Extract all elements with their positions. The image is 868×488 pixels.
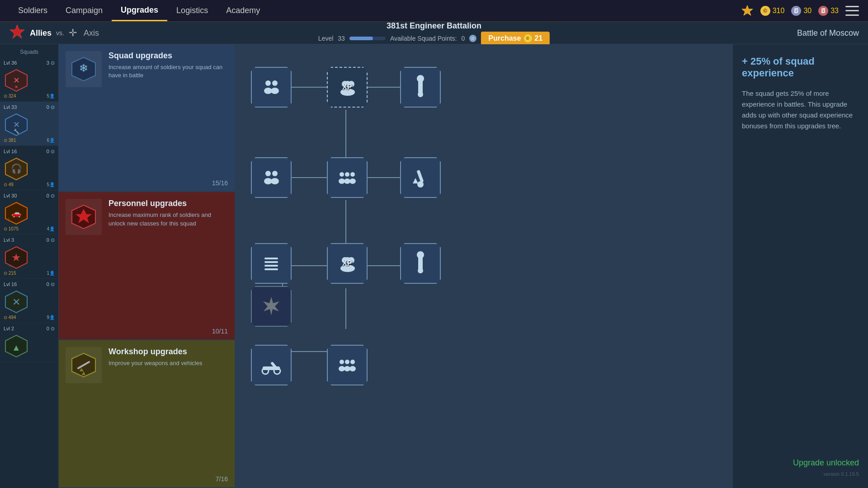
squad-pts: 0 ⊙ xyxy=(47,104,55,110)
squad-badge-icon: ▲ xyxy=(4,333,28,358)
personnel-upgrades-desc: Increase maximum rank of soldiers and un… xyxy=(108,211,228,227)
tree-node-list[interactable] xyxy=(249,241,294,286)
svg-point-74 xyxy=(418,268,423,273)
svg-marker-0 xyxy=(742,5,753,15)
svg-text:✕: ✕ xyxy=(13,76,19,85)
nav-item-soldiers[interactable]: Soldiers xyxy=(9,0,57,21)
tree-node-mortar[interactable] xyxy=(398,155,443,200)
upgrade-panel: ❄ Squad upgrades Increase amount of sold… xyxy=(59,44,235,488)
svg-text:✕: ✕ xyxy=(14,84,18,89)
squad-people: 4👤 xyxy=(47,226,55,231)
svg-point-82 xyxy=(339,366,345,371)
squad-level: Lvl 33 xyxy=(4,104,17,110)
upgrade-unlocked-label: Upgrade unlocked xyxy=(742,458,859,468)
allies-star-icon xyxy=(9,24,25,42)
squad-item[interactable]: Lvl 3 0 ⊙ ★ ✕ ⊙ 215 1👤 xyxy=(0,235,58,279)
svg-point-58 xyxy=(344,178,350,184)
squad-level: Lvl 36 xyxy=(4,60,17,66)
workshop-upgrades-card[interactable]: Workshop upgrades Improve your weapons a… xyxy=(59,340,235,488)
battalion-info: 381st Engineer Battalion Level 33 Availa… xyxy=(318,21,550,45)
tree-node-squad-size-2-center[interactable] xyxy=(325,155,370,200)
squad-badge-icon: ✕ ✕ xyxy=(4,68,28,93)
svg-point-62 xyxy=(417,181,424,188)
svg-point-57 xyxy=(339,178,345,184)
axis-cross-icon: ✛ xyxy=(69,27,77,39)
svg-point-48 xyxy=(417,75,424,82)
coin-icon: © xyxy=(760,6,770,16)
upgrade-tree: XP xyxy=(235,44,732,488)
level-bar xyxy=(349,37,386,40)
squad-badge-icon: ✕ xyxy=(4,289,28,314)
svg-text:🎧: 🎧 xyxy=(10,163,22,174)
svg-text:1: 1 xyxy=(8,217,10,222)
svg-point-56 xyxy=(350,172,355,177)
battalion-name: 381st Engineer Battalion xyxy=(318,21,550,31)
top-navigation: Soldiers Campaign Upgrades Logistics Aca… xyxy=(0,0,868,22)
squad-pts: 0 ⊙ xyxy=(47,193,55,199)
faction-display: Allies vs. ✛ Axis xyxy=(9,24,99,42)
svg-point-55 xyxy=(345,172,349,177)
svg-rect-60 xyxy=(416,169,424,183)
level-label: Level xyxy=(318,35,333,42)
premium-icon[interactable] xyxy=(741,5,754,17)
purchase-button[interactable]: Purchase © 21 xyxy=(481,32,550,45)
coin-amount: 310 xyxy=(773,7,785,15)
squad-badge-icon: 🎧 xyxy=(4,156,28,181)
tree-node-xp-2[interactable]: XP xyxy=(325,241,370,286)
tree-node-wrench-1[interactable] xyxy=(398,65,443,110)
nav-item-logistics[interactable]: Logistics xyxy=(167,0,217,21)
squad-xp: ⊙ 381 xyxy=(4,138,16,143)
squad-item[interactable]: Lvl 33 0 ⊙ ✕ 🔧 ⊙ 381 6👤 xyxy=(0,102,58,146)
personnel-upgrades-title: Personnel upgrades xyxy=(108,199,228,208)
squad-people: 6👤 xyxy=(47,138,55,143)
squad-points-value: 0 xyxy=(462,35,465,42)
nav-item-upgrades[interactable]: Upgrades xyxy=(112,0,167,21)
workshop-upgrades-count: 7/16 xyxy=(216,475,228,483)
squad-people: 5👤 xyxy=(47,182,55,187)
svg-point-81 xyxy=(350,360,355,364)
svg-point-83 xyxy=(344,366,350,371)
menu-button[interactable] xyxy=(845,6,859,16)
squad-item[interactable]: Lvl 30 0 ⊙ 🚗 1 ⊙ 1075 4👤 xyxy=(0,190,58,235)
tree-node-xp-1[interactable]: XP xyxy=(325,65,370,110)
tree-node-burst-icon[interactable] xyxy=(249,284,294,329)
tree-node-squad-size-2[interactable] xyxy=(249,155,294,200)
svg-text:✕: ✕ xyxy=(12,296,20,308)
svg-marker-1 xyxy=(10,25,24,38)
squad-item[interactable]: Lvl 36 3 ⊙ ✕ ✕ ⊙ 324 5👤 xyxy=(0,57,58,102)
personnel-upgrades-card[interactable]: Personnel upgrades Increase maximum rank… xyxy=(59,192,235,340)
nav-item-academy[interactable]: Academy xyxy=(217,0,269,21)
squad-item[interactable]: Lvl 16 0 ⊙ ✕ ⊙ 494 9👤 xyxy=(0,279,58,323)
squad-xp: ⊙ 49 xyxy=(4,182,14,187)
squad-badge-icon: ★ ✕ xyxy=(4,245,28,270)
svg-point-54 xyxy=(340,172,344,177)
tree-node-squad-size-1[interactable] xyxy=(249,65,294,110)
level-value: 33 xyxy=(338,35,345,42)
personnel-upgrades-text: Personnel upgrades Increase maximum rank… xyxy=(108,199,228,227)
vs-label: vs. xyxy=(56,29,64,37)
card2-icon: 🃏 xyxy=(818,6,828,16)
tree-node-wrench-2[interactable] xyxy=(398,241,443,286)
svg-text:🔧: 🔧 xyxy=(14,128,19,134)
squad-level: Lvl 2 xyxy=(4,326,14,332)
svg-text:✕: ✕ xyxy=(13,120,19,129)
nav-item-campaign[interactable]: Campaign xyxy=(57,0,112,21)
svg-text:▲: ▲ xyxy=(12,343,21,352)
squad-item[interactable]: Lvl 16 0 ⊙ 🎧 ⊙ 49 5👤 xyxy=(0,146,58,190)
squad-upgrades-desc: Increase amount of soldiers your squad c… xyxy=(108,63,228,80)
svg-point-59 xyxy=(349,178,356,184)
tree-node-artillery[interactable] xyxy=(249,343,294,388)
squad-upgrades-card[interactable]: ❄ Squad upgrades Increase amount of sold… xyxy=(59,44,235,192)
tree-node-squad-size-3[interactable] xyxy=(325,343,370,388)
squad-upgrades-title: Squad upgrades xyxy=(108,51,228,61)
svg-point-49 xyxy=(418,92,423,97)
svg-marker-71 xyxy=(263,297,279,315)
svg-text:🚗: 🚗 xyxy=(11,208,22,218)
squad-level: Lvl 16 xyxy=(4,149,17,155)
squad-upgrades-count: 15/16 xyxy=(212,179,228,187)
squad-item[interactable]: Lvl 2 0 ⊙ ▲ xyxy=(0,323,58,362)
svg-point-50 xyxy=(265,171,271,176)
svg-rect-66 xyxy=(264,268,278,270)
personnel-upgrades-count: 10/11 xyxy=(212,328,228,335)
info-desc: The squad gets 25% of more experience in… xyxy=(742,88,859,131)
